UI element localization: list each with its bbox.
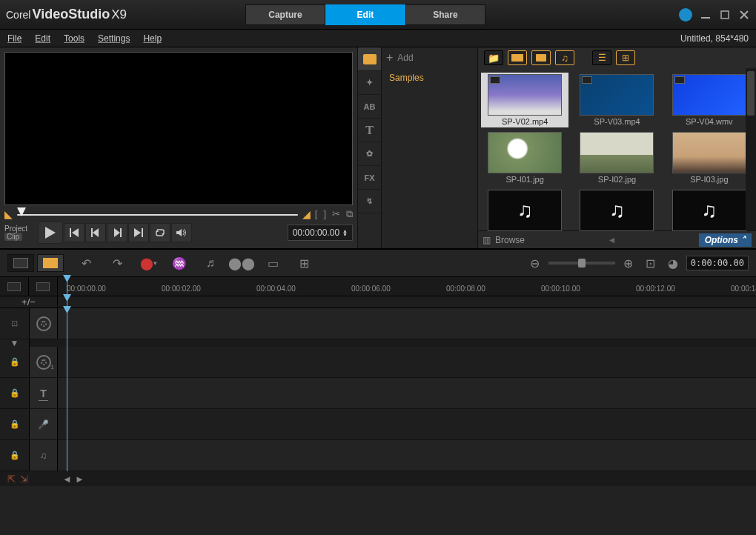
library-item[interactable]: SP-V04.wmv (666, 73, 753, 127)
snapshot-icon[interactable]: ⧉ (346, 208, 353, 220)
multicam-button[interactable]: ⊞ (295, 254, 313, 272)
web-icon[interactable] (679, 8, 692, 21)
track-gutter-overlay1[interactable]: 🔒 (0, 347, 30, 377)
lib-tab-transition[interactable]: ✦ (358, 71, 381, 95)
go-start-button[interactable] (64, 223, 84, 242)
library-item[interactable]: SP-V02.mp4 (481, 73, 568, 127)
timecode-spinner[interactable]: ▲▼ (342, 229, 348, 236)
timecode-display[interactable]: 00:00:00.00 ▲▼ (288, 225, 353, 241)
timeline-ruler[interactable]: 00:00:00.0000:00:02.0000:00:04.0000:00:0… (58, 277, 756, 296)
filter-photo-button[interactable] (531, 50, 551, 65)
maximize-icon[interactable] (719, 9, 731, 21)
add-remove-tracks[interactable]: +/− (0, 296, 58, 308)
project-timecode[interactable]: 0:00:00.00 (686, 256, 749, 270)
library-scrollbar[interactable] (746, 68, 756, 230)
track-gutter-video1[interactable]: ⊡ (0, 308, 30, 339)
track-icon-title1[interactable]: T (30, 378, 58, 408)
status-icon-b[interactable]: ⇲ (20, 473, 28, 485)
scrollbar-thumb[interactable] (747, 71, 755, 116)
track-body-music[interactable] (58, 440, 756, 471)
library-item[interactable]: SP-I03.jpg (666, 130, 753, 185)
menu-settings[interactable]: Settings (98, 33, 130, 44)
minimize-icon[interactable] (700, 9, 712, 21)
multi-trim-button[interactable]: ⬤⬤ (233, 254, 251, 272)
lib-tab-filter[interactable]: ✿ (358, 142, 381, 166)
play-button[interactable] (38, 222, 63, 244)
mode-tab-edit[interactable]: Edit (325, 4, 405, 25)
repeat-button[interactable] (150, 223, 170, 242)
next-frame-button[interactable] (107, 223, 127, 242)
mark-in-handle[interactable]: ◣ (4, 208, 13, 220)
cut-icon[interactable]: ✂ (332, 208, 340, 220)
zoom-handle[interactable] (578, 259, 586, 268)
prev-frame-button[interactable] (85, 223, 106, 242)
volume-button[interactable] (171, 223, 192, 242)
timeline-playhead[interactable] (67, 277, 67, 296)
menu-help[interactable]: Help (143, 33, 162, 44)
nav-right[interactable]: ► (75, 473, 84, 485)
scrubber[interactable] (17, 209, 298, 219)
track-body-title1[interactable] (58, 378, 756, 408)
undo-button[interactable]: ↶ (77, 254, 95, 272)
preview-display[interactable] (4, 52, 353, 205)
track-body-video1[interactable] (58, 308, 756, 339)
nav-left[interactable]: ◄ (62, 473, 72, 485)
track-gutter-voice[interactable]: 🔒 (0, 409, 30, 439)
library-item[interactable]: ♫ (481, 188, 568, 234)
ruler-mode-a[interactable] (0, 277, 29, 296)
subtitle-button[interactable]: ▭ (264, 254, 282, 272)
lib-tab-fx[interactable]: FX (358, 166, 381, 190)
ruler-tick: 00:00:06.00 (351, 285, 391, 293)
playback-mode-labels[interactable]: Project Clip (4, 225, 37, 241)
track-gutter-title1[interactable]: 🔒 (0, 378, 30, 408)
import-button[interactable]: 📁 (484, 50, 503, 65)
filter-audio-button[interactable]: ♫ (555, 50, 574, 65)
menu-edit[interactable]: Edit (35, 33, 50, 44)
redo-button[interactable]: ↷ (108, 254, 126, 272)
track-body-overlay1[interactable] (58, 347, 756, 377)
lib-tab-graphic[interactable]: T (358, 119, 381, 142)
go-end-button[interactable] (128, 223, 149, 242)
track-icon-music[interactable]: ♫ (30, 440, 58, 471)
status-icon-a[interactable]: ⇱ (7, 473, 16, 485)
mark-in-icon[interactable]: [ (315, 208, 318, 220)
close-icon[interactable] (738, 9, 750, 21)
storyboard-view-button[interactable] (7, 254, 34, 272)
library-item[interactable]: SP-I01.jpg (481, 130, 568, 185)
library-item[interactable]: ♫ (666, 188, 753, 234)
ruler-mode-b[interactable] (29, 277, 58, 296)
mark-out-icon[interactable]: ] (323, 208, 326, 220)
library-item[interactable]: SP-V03.mp4 (573, 73, 660, 127)
mode-tab-share[interactable]: Share (405, 4, 485, 25)
track-icon-voice[interactable]: 🎤 (30, 409, 58, 439)
folder-samples[interactable]: Samples (382, 68, 477, 87)
grid-view-button[interactable]: ⊞ (616, 50, 635, 65)
zoom-slider[interactable] (548, 262, 615, 265)
project-duration-icon[interactable]: ◕ (664, 254, 682, 272)
add-folder-button[interactable]: + Add (382, 47, 477, 68)
record-button[interactable]: ⬤▾ (139, 254, 157, 272)
track-icon-overlay1[interactable]: 1 (30, 347, 58, 377)
mark-out-handle[interactable]: ◢ (302, 208, 311, 220)
track-expand-toggle[interactable]: ▼ (0, 339, 30, 347)
timeline-view-button[interactable] (37, 254, 64, 272)
fit-project-button[interactable]: ⊡ (642, 254, 660, 272)
mode-tab-capture[interactable]: Capture (245, 4, 325, 25)
lib-tab-media[interactable] (358, 47, 381, 71)
audio-mixer-button[interactable]: ♒ (170, 254, 188, 272)
library-grid[interactable]: SP-V02.mp4SP-V03.mp4SP-V04.wmvSP-I01.jpg… (478, 68, 756, 239)
auto-music-button[interactable]: ♬ (202, 254, 219, 272)
list-view-button[interactable]: ☰ (592, 50, 611, 65)
lib-tab-path[interactable]: ↯ (358, 190, 381, 213)
track-gutter-music[interactable]: 🔒 (0, 440, 30, 471)
library-item[interactable]: SP-I02.jpg (573, 130, 660, 185)
filter-video-button[interactable] (508, 50, 527, 65)
zoom-out-button[interactable]: ⊖ (526, 254, 544, 272)
zoom-in-button[interactable]: ⊕ (620, 254, 637, 272)
library-item[interactable]: ♫ (573, 188, 660, 234)
menu-file[interactable]: File (7, 33, 21, 44)
lib-tab-title[interactable]: AB (358, 95, 381, 119)
track-icon-video1[interactable] (30, 308, 58, 339)
menu-tools[interactable]: Tools (64, 33, 84, 44)
track-body-voice[interactable] (58, 409, 756, 439)
